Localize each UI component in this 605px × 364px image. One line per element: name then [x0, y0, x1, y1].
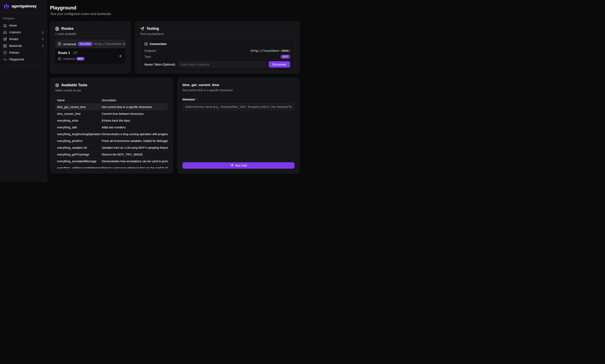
sidebar-item-listeners[interactable]: Listeners1	[0, 29, 47, 36]
tool-description: Returns a resource reference that can be…	[102, 166, 168, 168]
testing-card-title: Testing	[146, 26, 159, 31]
table-row[interactable]: everything_getTinyImageReturns the MCP_T…	[55, 151, 168, 158]
table-row[interactable]: time_convert_timeConvert time between ti…	[55, 111, 168, 117]
shield-icon	[3, 51, 7, 54]
sidebar-item-home[interactable]: Home	[0, 22, 47, 29]
timezone-input[interactable]	[183, 103, 294, 110]
table-row[interactable]: everything_annotatedMessageDemonstrates …	[55, 158, 168, 165]
tool-runner-title: time_get_current_time	[183, 83, 294, 87]
endpoint-label: Endpoint:	[145, 49, 157, 52]
nav-section-label: Navigation	[3, 17, 44, 20]
sidebar-item-label: Policies	[9, 51, 44, 54]
routes-card: Routes 1 route available unnamed Port 30…	[50, 21, 131, 73]
nav-separator	[1, 66, 47, 66]
sidebar-item-policies[interactable]: Policies	[0, 49, 47, 56]
sidebar-item-label: Routes	[9, 37, 40, 41]
tool-description: Returns the MCP_TINY_IMAGE	[102, 153, 168, 156]
page-subtitle: Test your configured routes and backends	[50, 12, 300, 16]
sidebar-item-routes[interactable]: Routes1	[0, 36, 47, 42]
tools-table: Name Description time_get_current_timeGe…	[55, 97, 168, 168]
tool-description: Adds two numbers	[102, 126, 168, 129]
column-header-name: Name	[55, 99, 102, 102]
connection-title: Connection	[150, 42, 167, 46]
sidebar-item-label: Listeners	[9, 31, 40, 34]
code-icon	[3, 58, 7, 61]
available-tools-subtitle: Select a tools to use	[55, 89, 168, 92]
testing-card: Testing Test mcp backend Connection Endp…	[135, 21, 300, 73]
listener-name: unnamed	[63, 42, 76, 46]
table-row[interactable]: time_get_current_timeGet current time in…	[55, 104, 168, 111]
available-tools-card: Available Tools Select a tools to use Na…	[50, 78, 173, 173]
send-icon	[230, 164, 234, 167]
endpoint-value: http://localhost:3000/	[251, 49, 290, 52]
tool-name: everything_getTinyImage	[55, 153, 102, 156]
available-tools-title: Available Tools	[61, 83, 87, 87]
main-content: Playground Test your configured routes a…	[47, 0, 302, 182]
nav-list: HomeListeners1Routes1Backends1PoliciesPl…	[0, 22, 47, 63]
timezone-field-label: timezone	[183, 98, 195, 101]
table-row[interactable]: everything_addAdds two numbers	[55, 124, 168, 131]
bearer-token-label: Bearer Token (Optional):	[145, 63, 176, 66]
routes-card-title: Routes	[61, 26, 74, 31]
listener-url: http://localhost:3000/	[94, 42, 125, 46]
gear-icon	[55, 83, 59, 87]
tool-name: time_convert_time	[55, 112, 102, 116]
server-icon	[145, 42, 148, 46]
tool-description: Convert time between timezones	[102, 112, 168, 116]
globe-icon	[55, 27, 59, 31]
tool-description: Echoes back the input	[102, 119, 168, 122]
sidebar-item-count: 1	[42, 38, 44, 41]
listener-row: unnamed Port 3000 http://localhost:3000/	[55, 40, 125, 48]
server-icon	[3, 44, 7, 48]
tool-name: everything_printEnv	[55, 139, 102, 143]
agentgateway-logo-icon	[3, 3, 10, 9]
type-label: Type:	[145, 55, 151, 58]
listener-block: unnamed Port 3000 http://localhost:3000/…	[55, 40, 125, 64]
tool-description: Demonstrates a long running operation wi…	[102, 132, 168, 136]
disconnect-button[interactable]: Disconnect	[269, 61, 290, 68]
testing-card-subtitle: Test mcp backend	[140, 32, 294, 36]
table-row[interactable]: everything_printEnvPrints all environmen…	[55, 138, 168, 144]
route-icon	[3, 37, 7, 41]
headphones-icon	[3, 31, 7, 34]
route-protocol-badge: MCP	[76, 57, 85, 61]
tool-description: Get current time in a specific timezones	[102, 105, 168, 109]
send-icon	[140, 27, 144, 31]
sidebar-item-label: Playground	[9, 58, 44, 61]
route-item[interactable]: Route 1 /* 1 backend MCP	[55, 48, 125, 64]
server-icon	[58, 42, 61, 46]
sidebar-item-label: Home	[9, 24, 44, 27]
table-row[interactable]: everything_getResourceReferenceReturns a…	[55, 165, 168, 168]
sidebar-item-backends[interactable]: Backends1	[0, 42, 47, 49]
tool-description: Demonstrates how annotations can be used…	[102, 160, 168, 163]
sidebar-item-playground[interactable]: Playground	[0, 56, 47, 63]
brand-name: agentgateway	[12, 4, 37, 8]
table-row[interactable]: everything_sampleLLMSamples from an LLM …	[55, 144, 168, 151]
tool-name: everything_sampleLLM	[55, 146, 102, 149]
sidebar-item-count: 1	[42, 31, 44, 34]
routes-card-subtitle: 1 route available	[55, 32, 125, 36]
tool-name: everything_echo	[55, 119, 102, 122]
column-header-description: Description	[102, 99, 168, 102]
type-badge: MCP	[280, 55, 290, 59]
table-row[interactable]: everything_longRunningOperationDemonstra…	[55, 131, 168, 138]
page-title: Playground	[50, 5, 300, 11]
bearer-token-input[interactable]	[178, 61, 266, 68]
arrow-right-icon[interactable]	[118, 54, 122, 58]
route-name: Route 1	[58, 51, 70, 55]
table-row[interactable]: everything_echoEchoes back the input	[55, 117, 168, 124]
home-icon	[3, 24, 7, 27]
brand-header[interactable]: agentgateway	[0, 0, 47, 13]
port-badge: Port 3000	[78, 42, 93, 46]
tool-name: everything_annotatedMessage	[55, 160, 102, 163]
required-asterisk: *	[196, 98, 197, 101]
tool-name: time_get_current_time	[55, 105, 102, 109]
tool-runner-card: time_get_current_time Get current time i…	[177, 78, 300, 173]
route-path-chip: /*	[72, 51, 79, 55]
sidebar-item-label: Backends	[9, 44, 40, 47]
tool-description: Prints all environment variables, helpfu…	[102, 139, 168, 143]
sidebar-item-count: 1	[42, 44, 44, 47]
tools-table-header: Name Description	[55, 97, 168, 104]
connection-panel: Connection Endpoint: http://localhost:30…	[140, 39, 294, 71]
run-tool-button[interactable]: Run Tool	[183, 162, 294, 169]
